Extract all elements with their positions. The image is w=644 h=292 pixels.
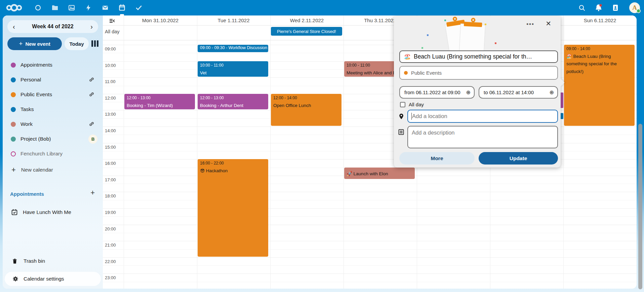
files-folder-icon[interactable] (49, 2, 61, 13)
event-time: 12:00 - 13:00 (200, 96, 266, 100)
event-time: 09:00 - 14:00 (566, 46, 632, 51)
more-button[interactable]: More (399, 152, 475, 165)
mail-icon[interactable] (99, 2, 111, 13)
calendar-event[interactable]: 09:00 - 09:30 - Workflow Discussion (198, 45, 268, 52)
grid-line (103, 282, 637, 282)
calendar-list-item[interactable]: Work (3, 117, 103, 132)
end-datetime-input[interactable]: to 06.11.2022 at 14:00 ⊕ (479, 86, 558, 99)
calendar-event[interactable]: 12:00 - 13:00Booking - Arthur Dent (198, 94, 268, 110)
grid-line (103, 249, 637, 250)
grid-line (124, 15, 124, 289)
search-icon[interactable] (576, 2, 588, 13)
share-link-icon[interactable] (88, 121, 95, 129)
close-icon[interactable]: ✕ (546, 20, 551, 28)
collapse-all-day-icon[interactable] (109, 18, 115, 25)
all-day-checkbox[interactable]: All day (400, 102, 424, 107)
new-event-button[interactable]: + New event (7, 37, 62, 50)
activity-icon[interactable] (83, 2, 94, 13)
hour-label: 13:00 (105, 112, 116, 117)
event-title: 🚀 Launch with Elon (347, 170, 412, 178)
gear-icon (12, 276, 19, 282)
photos-icon[interactable] (66, 2, 77, 13)
calendar-event[interactable]: 12:00 - 13:00Booking - Tim (Wizard) (124, 94, 195, 110)
hour-label: 09:00 (105, 46, 116, 51)
shared-by-avatar[interactable]: B (88, 135, 97, 144)
event-title: Booking - Arthur Dent (200, 102, 266, 109)
week-navigation: ‹ Week 44 of 2022 › (7, 20, 98, 33)
start-datetime-input[interactable]: from 06.11.2022 at 09:00 ⊕ (399, 86, 475, 99)
calendar-settings-button[interactable]: Calendar settings (5, 272, 101, 286)
all-day-event[interactable]: Pierre's General Store Closed! (271, 27, 342, 36)
calendar-label: Personal (21, 77, 41, 83)
next-week-button[interactable]: › (89, 23, 94, 30)
share-link-icon[interactable] (88, 91, 95, 99)
calendar-event[interactable]: 09:00 - 14:00🏖️ Beach Luau (Bring someth… (564, 45, 635, 126)
checkbox[interactable] (400, 102, 405, 107)
event-time: 12:00 - 14:00 (273, 96, 339, 100)
grid-line (103, 265, 637, 266)
active-app-indicator (120, 14, 124, 15)
calendar-app-icon[interactable] (116, 2, 128, 13)
notifications-bell-icon[interactable] (593, 2, 604, 13)
grid-line (103, 192, 637, 192)
calendar-event[interactable]: 12:00 - 14:00Open Office Lunch (271, 94, 341, 126)
grid-line (270, 15, 271, 289)
notification-badge (599, 4, 602, 6)
share-link-icon[interactable] (88, 76, 95, 84)
event-title: 😎 Hackathon (200, 167, 266, 175)
day-header[interactable]: Mon 31.10.2022 (124, 15, 197, 25)
all-day-label: All day (105, 29, 120, 34)
contacts-icon[interactable] (610, 2, 621, 13)
vertical-scrollbar[interactable] (638, 124, 642, 289)
previous-week-button[interactable]: ‹ (11, 23, 16, 30)
location-input[interactable]: Add a location (407, 110, 558, 123)
event-time: 12:00 - 13:00 (127, 96, 193, 100)
description-input[interactable]: Add a description (407, 126, 558, 148)
calendar-color-dot (11, 77, 16, 82)
popup-actions-menu-icon[interactable]: ••• (526, 21, 534, 28)
calendar-list-item[interactable]: Public Events (3, 87, 103, 102)
day-header[interactable]: Sun 6.11.2022 (563, 15, 637, 25)
sidebar: ‹ Week 44 of 2022 › + New event Today Ap… (3, 15, 103, 289)
view-toggle-icon[interactable] (91, 40, 98, 47)
description-icon (398, 129, 405, 137)
calendar-color-dot (404, 71, 408, 75)
calendar-label: Public Events (21, 92, 52, 98)
timezone-globe-icon[interactable]: ⊕ (466, 89, 471, 96)
calendar-color-dot (11, 92, 16, 97)
calendar-list-item[interactable]: Fenchurch Library (3, 146, 103, 161)
hour-label: 11:00 (105, 79, 116, 84)
calendar-event[interactable]: 10:00 - 11:00Vet (198, 61, 268, 77)
grid-line (563, 15, 564, 289)
event-title-input[interactable]: 🏖️ Beach Luau (Bring something special f… (399, 50, 558, 63)
grid-line (103, 225, 637, 225)
calendar-list-item[interactable]: Project (Bob)B (3, 132, 103, 146)
timezone-globe-icon[interactable]: ⊕ (550, 89, 554, 96)
hour-label: 23:00 (105, 275, 116, 280)
dashboard-icon[interactable] (32, 2, 44, 13)
appointment-item[interactable]: Have Lunch With Me (3, 205, 103, 220)
calendar-label: Project (Bob) (21, 136, 51, 142)
calendar-event[interactable]: 16:00 - 22:00😎 Hackathon (198, 159, 268, 257)
calendar-list-item[interactable]: Appointments (3, 58, 103, 72)
grid-line (344, 15, 344, 289)
event-title: Vet (200, 69, 266, 77)
calendar-label: Work (21, 121, 33, 127)
new-calendar-button[interactable]: + New calendar (3, 162, 103, 177)
add-appointment-config-button[interactable]: + (90, 188, 95, 197)
event-title: Booking - Tim (Wizard) (127, 102, 193, 109)
hour-label: 16:00 (105, 161, 116, 166)
calendar-list-item[interactable]: Tasks (3, 102, 103, 117)
hour-label: 10:00 (105, 63, 116, 68)
day-header[interactable]: Tue 1.11.2022 (197, 15, 270, 25)
calendar-list-item[interactable]: Personal (3, 72, 103, 87)
calendar-select[interactable]: Public Events (399, 66, 558, 80)
day-header[interactable]: Wed 2.11.2022 (270, 15, 344, 25)
tasks-check-icon[interactable] (133, 2, 145, 13)
trash-bin-button[interactable]: Trash bin (3, 254, 103, 268)
online-status-dot (636, 9, 641, 13)
update-button[interactable]: Update (479, 152, 558, 165)
nextcloud-logo-icon[interactable] (5, 2, 23, 13)
today-button[interactable]: Today (65, 37, 89, 50)
calendar-event[interactable]: 🚀 Launch with Elon (344, 168, 415, 179)
